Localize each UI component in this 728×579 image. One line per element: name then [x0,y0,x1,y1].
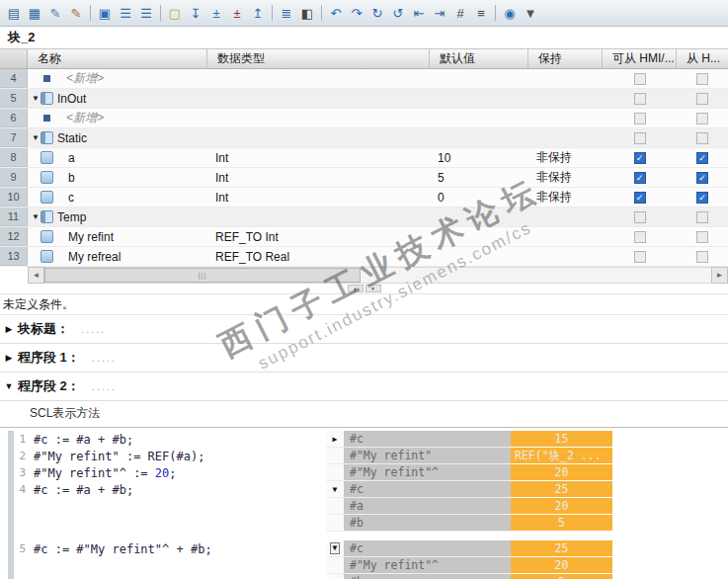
plc-checkbox[interactable]: ✓ [696,192,708,204]
var-default-value[interactable]: 10 [430,148,528,167]
chevron-right-icon[interactable]: ▶ [0,353,18,363]
indent-icon[interactable]: ⇥ [430,3,449,23]
var-name[interactable]: Temp [53,207,207,226]
table-row[interactable]: 7▼Static [0,128,728,148]
scroll-right-icon[interactable]: ► [711,267,728,284]
scl-view-tab[interactable]: SCL表示方法 [0,401,728,428]
var-data-type[interactable]: Int [207,148,430,167]
var-data-type[interactable]: REF_TO Real [207,247,430,266]
code-line[interactable]: 2#"My refint" := REF(#a);#"My refint"REF… [0,448,728,464]
table-row[interactable]: 5▼InOut [0,89,728,109]
expand-members-icon[interactable]: ☰ [116,3,135,23]
hmi-checkbox[interactable]: ✓ [634,192,646,204]
header-from-hmi[interactable]: 从 H... [677,49,728,68]
code-line[interactable]: 5#c := #"My refint"^ + #b;▼#c25 [0,540,728,557]
var-name[interactable]: a [53,148,207,167]
plc-checkbox[interactable] [696,251,708,263]
monitor-expand-icon[interactable]: ▶ [326,431,344,448]
plc-checkbox[interactable] [696,73,708,85]
absolute-addresses-icon[interactable]: # [450,3,470,23]
monitor-on-off-icon[interactable]: ◉ [500,3,520,23]
header-name[interactable]: 名称 [28,49,207,68]
next-jump-icon[interactable]: ↷ [347,3,366,23]
var-data-type[interactable] [207,69,430,88]
header-retain[interactable]: 保持 [528,49,603,68]
table-row[interactable]: 6<新增> [0,109,728,128]
var-default-value[interactable]: 0 [430,188,528,207]
var-retain[interactable] [528,227,603,246]
var-retain[interactable] [528,109,603,127]
var-default-value[interactable] [430,207,528,226]
horizontal-scrollbar[interactable]: ◄ ||| ► [0,267,728,284]
monitor-value[interactable]: 5 [511,574,612,579]
hmi-checkbox[interactable] [634,93,646,105]
var-data-type[interactable] [207,128,430,147]
scrollbar-thumb[interactable]: ||| [44,268,361,283]
table-row[interactable]: 10cInt0非保持✓✓ [0,188,728,207]
header-default-value[interactable]: 默认值 [430,49,528,68]
hmi-checkbox[interactable] [634,211,646,223]
network-comments-icon[interactable]: ≡ [471,3,491,23]
code-text[interactable] [34,574,326,579]
hmi-checkbox[interactable] [634,73,646,85]
load-start-values-icon[interactable]: ↥ [248,3,268,23]
table-row[interactable]: 9bInt5非保持✓✓ [0,168,728,188]
monitor-collapse-icon[interactable]: ▼ [326,481,344,498]
section-expand-icon[interactable]: ▼ [31,212,40,221]
splitter-up-icon[interactable]: ▲ [348,285,364,292]
hmi-checkbox[interactable] [634,251,646,263]
var-name[interactable]: <新增> [53,109,207,127]
insert-row-icon[interactable]: ▤ [4,3,24,23]
var-name[interactable]: My refint [53,227,207,246]
var-default-value[interactable] [430,247,528,266]
code-line[interactable]: 3#"My refint"^ := 20;#"My refint"^20 [0,464,728,481]
copy-snapshot-to-start-icon[interactable]: ± [206,3,226,23]
var-retain[interactable] [528,207,603,226]
interface-layout-icon[interactable]: ≣ [277,3,296,23]
snapshot-actual-values-icon[interactable]: ↧ [186,3,205,23]
hmi-checkbox[interactable]: ✓ [634,152,646,164]
var-retain[interactable] [528,69,603,88]
var-retain[interactable] [528,89,603,108]
code-line[interactable]: 1#c := #a + #b;▶#c15 [0,431,728,448]
var-name[interactable]: InOut [53,89,207,108]
var-data-type[interactable] [207,89,430,108]
table-row[interactable]: 12My refintREF_TO Int [0,227,728,247]
var-retain[interactable] [528,128,603,147]
var-name[interactable]: c [53,188,207,207]
var-data-type[interactable]: Int [207,168,430,187]
edit-values-icon[interactable]: ✎ [66,3,86,23]
monitor-value[interactable]: 20 [511,498,612,515]
code-text[interactable] [34,498,326,515]
chevron-down-icon[interactable]: ▼ [0,381,18,391]
var-retain[interactable]: 非保持 [528,168,603,187]
monitor-value[interactable]: 5 [511,515,612,532]
update-block-calls-icon[interactable]: ↻ [367,3,387,23]
network-section-3[interactable]: ▼程序段 2：..... [0,372,728,401]
section-expand-icon[interactable]: ▼ [31,133,40,142]
code-line[interactable]: #a20 [0,498,728,515]
plc-checkbox[interactable] [696,211,708,223]
network-section-1[interactable]: ▶块标题：..... [0,315,728,344]
monitor-value[interactable]: 15 [511,431,612,448]
code-line[interactable]: #"My refint"^20 [0,557,728,574]
var-name[interactable]: b [53,168,207,187]
monitor-value[interactable]: 25 [511,481,612,498]
edit-declaration-icon[interactable]: ✎ [45,3,65,23]
code-text[interactable] [34,557,326,574]
table-row[interactable]: 11▼Temp [0,207,728,227]
monitor-collapse-icon[interactable]: ▼ [326,540,344,557]
outdent-icon[interactable]: ⇤ [409,3,429,23]
table-row[interactable]: 13My refrealREF_TO Real [0,247,728,267]
section-expand-icon[interactable]: ▼ [31,94,40,103]
code-line[interactable]: #b5 [0,515,728,532]
var-retain[interactable] [528,247,603,266]
monitor-value[interactable]: 25 [511,540,612,557]
chevron-right-icon[interactable]: ▶ [0,324,18,334]
monitor-value[interactable]: 20 [511,464,612,481]
network-section-2[interactable]: ▶程序段 1：..... [0,344,728,372]
code-text[interactable]: #c := #a + #b; [34,431,326,448]
monitor-value[interactable]: REF("块_2 ... [511,448,612,464]
var-default-value[interactable] [430,69,528,88]
hmi-checkbox[interactable] [634,113,646,124]
